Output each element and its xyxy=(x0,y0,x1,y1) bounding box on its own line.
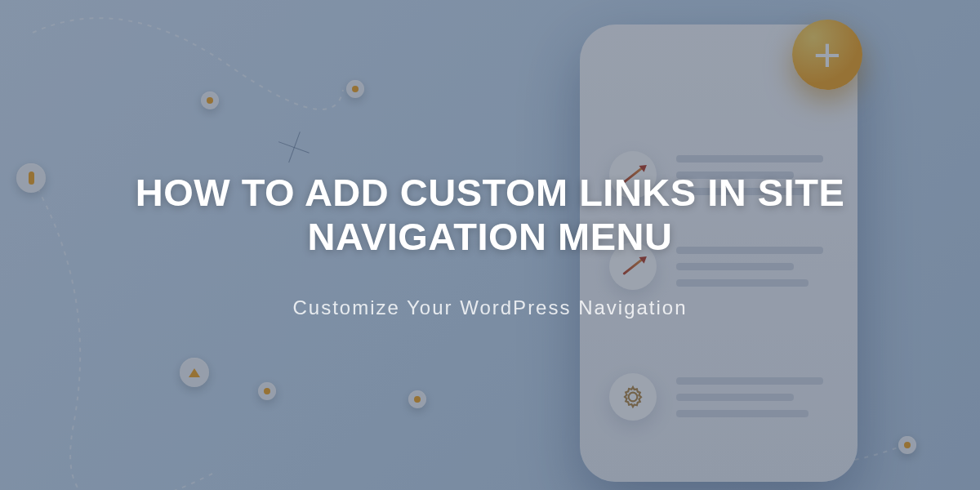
hero-content: HOW TO ADD CUSTOM LINKS IN SITE NAVIGATI… xyxy=(0,0,980,490)
hero-title: HOW TO ADD CUSTOM LINKS IN SITE NAVIGATI… xyxy=(114,171,866,259)
hero-subtitle: Customize Your WordPress Navigation xyxy=(292,296,687,319)
